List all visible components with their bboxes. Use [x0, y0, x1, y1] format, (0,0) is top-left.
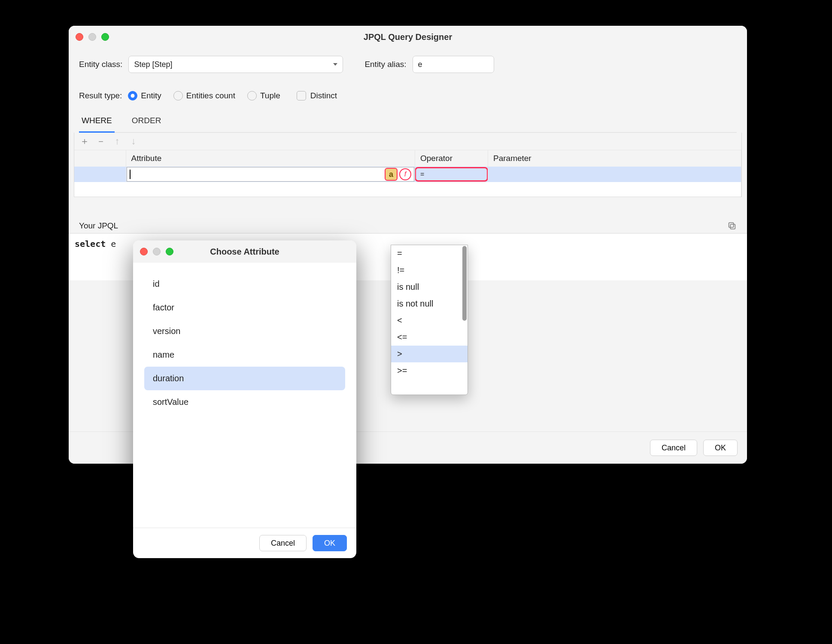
entity-class-select[interactable]: Step [Step] — [128, 56, 343, 73]
arrow-down-icon[interactable]: ↓ — [129, 137, 138, 146]
entity-alias-input[interactable]: e — [413, 56, 494, 73]
function-badge[interactable]: f — [399, 168, 411, 180]
main-window-title: JPQL Query Designer — [69, 32, 747, 42]
column-parameter: Parameter — [488, 150, 741, 167]
attribute-item[interactable]: id — [144, 272, 345, 296]
operator-item[interactable]: is null — [391, 279, 468, 295]
column-attribute: Attribute — [126, 150, 415, 167]
entity-class-label: Entity class: — [79, 60, 122, 69]
radio-tuple-label: Tuple — [260, 91, 280, 100]
column-blank — [74, 150, 126, 167]
operator-item[interactable]: is not null — [391, 295, 468, 312]
svg-rect-1 — [729, 223, 734, 228]
minus-icon[interactable]: － — [97, 137, 105, 146]
text-caret — [130, 170, 131, 179]
choose-attribute-window: Choose Attribute idfactorversionnamedura… — [133, 240, 356, 558]
close-window-button[interactable] — [76, 33, 83, 41]
criteria-tabs: WHERE ORDER — [79, 110, 737, 133]
ok-button[interactable]: OK — [703, 440, 738, 456]
jpql-rest: e — [106, 239, 116, 249]
radio-dot-icon — [247, 91, 257, 100]
cancel-button[interactable]: Cancel — [650, 440, 697, 456]
distinct-checkbox[interactable]: Distinct — [297, 91, 337, 100]
modal-zoom-button[interactable] — [166, 248, 173, 255]
tab-where[interactable]: WHERE — [79, 110, 115, 133]
result-type-radio-group: Entity Entities count Tuple — [128, 91, 280, 100]
criteria-row[interactable]: a f = — [74, 167, 741, 182]
attribute-cell[interactable]: a f — [127, 167, 415, 182]
entity-class-value: Step [Step] — [134, 60, 172, 69]
operator-item[interactable]: = — [391, 245, 468, 262]
modal-minimize-button[interactable] — [153, 248, 161, 255]
operator-cell[interactable]: = — [415, 167, 488, 182]
radio-entity-label: Entity — [141, 91, 161, 100]
radio-dot-icon — [128, 91, 137, 100]
modal-close-button[interactable] — [140, 248, 148, 255]
attribute-item[interactable]: version — [144, 319, 345, 343]
minimize-window-button[interactable] — [88, 33, 96, 41]
arrow-up-icon[interactable]: ↑ — [113, 137, 121, 146]
empty-rows — [74, 182, 741, 197]
attribute-item[interactable]: factor — [144, 296, 345, 319]
jpql-label: Your JPQL — [79, 221, 118, 231]
distinct-label: Distinct — [310, 91, 337, 100]
attribute-list: idfactorversionnamedurationsortValue — [144, 272, 345, 414]
checkbox-box-icon — [297, 91, 306, 100]
radio-entity[interactable]: Entity — [128, 91, 161, 100]
operator-dropdown[interactable]: =!=is nullis not null<<=>>= — [391, 245, 468, 395]
result-type-label: Result type: — [79, 91, 122, 100]
attribute-item[interactable]: sortValue — [144, 390, 345, 414]
attribute-item[interactable]: duration — [144, 367, 345, 390]
svg-rect-0 — [730, 224, 735, 229]
operator-item[interactable]: >= — [391, 362, 468, 379]
jpql-select-keyword: select — [75, 239, 106, 249]
scrollbar[interactable] — [462, 246, 467, 321]
modal-body: idfactorversionnamedurationsortValue — [133, 263, 356, 528]
entity-alias-value: e — [418, 60, 422, 69]
criteria-toolbar: ＋ － ↑ ↓ — [74, 133, 741, 150]
attribute-item[interactable]: name — [144, 343, 345, 367]
copy-icon[interactable] — [727, 221, 737, 231]
criteria-panel: ＋ － ↑ ↓ Attribute Operator Parameter — [74, 133, 742, 197]
modal-ok-button[interactable]: OK — [313, 535, 347, 551]
main-titlebar: JPQL Query Designer — [69, 26, 747, 48]
chevron-down-icon — [333, 63, 337, 66]
attribute-badge[interactable]: a — [385, 168, 398, 181]
operator-item[interactable]: <= — [391, 329, 468, 346]
plus-icon[interactable]: ＋ — [80, 137, 89, 146]
modal-traffic-lights — [140, 248, 173, 255]
modal-cancel-button[interactable]: Cancel — [259, 535, 307, 551]
radio-dot-icon — [173, 91, 183, 100]
modal-titlebar: Choose Attribute — [133, 240, 356, 263]
radio-entities-count[interactable]: Entities count — [173, 91, 235, 100]
criteria-table: Attribute Operator Parameter a f — [74, 150, 741, 197]
operator-item[interactable]: != — [391, 262, 468, 279]
main-traffic-lights — [76, 33, 109, 41]
zoom-window-button[interactable] — [101, 33, 109, 41]
modal-footer: Cancel OK — [133, 528, 356, 558]
operator-item[interactable]: < — [391, 312, 468, 329]
column-operator: Operator — [415, 150, 488, 167]
operator-item[interactable]: > — [391, 346, 468, 362]
radio-tuple[interactable]: Tuple — [247, 91, 280, 100]
operator-value: = — [420, 170, 424, 178]
entity-alias-label: Entity alias: — [364, 60, 406, 69]
radio-count-label: Entities count — [186, 91, 235, 100]
tab-order[interactable]: ORDER — [129, 110, 164, 133]
